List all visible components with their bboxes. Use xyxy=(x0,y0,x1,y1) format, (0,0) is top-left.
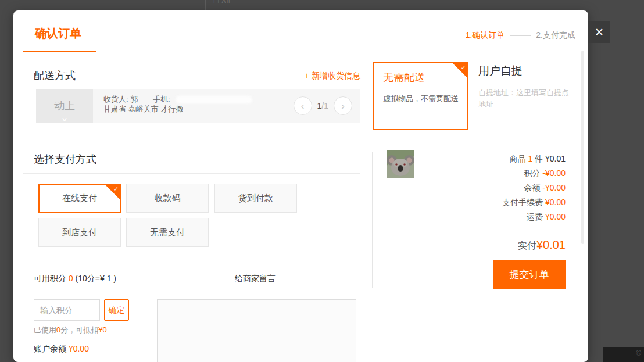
summary-fee-row: 余额 -¥0.00 xyxy=(502,181,566,195)
step-payment-complete: 2.支付完成 xyxy=(536,30,575,41)
delivery-option-desc: 虚拟物品，不需要配送 xyxy=(383,94,467,104)
order-summary: 商品 1 件 ¥0.01 积分 -¥0.00 余额 -¥0.00 支付手续费 ¥… xyxy=(502,152,566,224)
fee-label: 积分 xyxy=(524,169,540,178)
submit-order-button[interactable]: 提交订单 xyxy=(493,260,566,289)
total-line: 实付 ¥0.01 xyxy=(518,238,566,252)
step-connector xyxy=(510,35,531,36)
pagination-total: /1 xyxy=(321,101,328,110)
balance-label: 账户余额 xyxy=(34,344,66,353)
fee-amount: ¥0.00 xyxy=(545,212,566,221)
delivery-option-self-pickup[interactable]: 用户自提 自提地址：这里填写自提点地址 xyxy=(478,63,573,110)
chevron-right-icon: › xyxy=(341,101,345,111)
scrollbar-thumb[interactable] xyxy=(581,51,584,244)
prev-address-button[interactable]: ‹ xyxy=(294,96,312,115)
summary-fee-row: 运费 ¥0.00 xyxy=(502,210,566,224)
summary-item-row: 商品 1 件 ¥0.01 xyxy=(502,152,566,166)
merchant-message-label: 给商家留言 xyxy=(235,274,276,284)
address-tag: 动上 ∨ xyxy=(36,89,93,123)
available-points-line: 可用积分 0 (10分=¥ 1 ) xyxy=(34,274,116,284)
delivery-option-no-shipping[interactable]: 无需配送 虚拟物品，不需要配送 ✓ xyxy=(373,62,468,130)
points-used-line: 已使用0分，可抵扣¥0 xyxy=(34,325,107,335)
header-accent-underline xyxy=(23,51,96,52)
account-balance-line: 账户余额 ¥0.00 xyxy=(34,344,89,354)
chevron-down-icon: ∨ xyxy=(62,116,68,123)
points-input[interactable] xyxy=(34,299,100,321)
delivery-option-desc: 自提地址：这里填写自提点地址 xyxy=(478,87,573,110)
balance-amount: ¥0.00 xyxy=(69,344,89,353)
fee-amount: -¥0.00 xyxy=(542,169,566,178)
background-divider xyxy=(205,0,206,10)
payment-section-heading: 选择支付方式 xyxy=(34,152,96,166)
check-icon: ✓ xyxy=(461,64,466,71)
summary-fee-row: 支付手续费 ¥0.00 xyxy=(502,195,566,210)
payment-method-in-store[interactable]: 到店支付 xyxy=(38,218,121,247)
payment-method-online[interactable]: 在线支付 ✓ xyxy=(38,184,121,213)
points-confirm-button[interactable]: 确定 xyxy=(104,299,129,321)
total-amount: ¥0.01 xyxy=(536,238,566,252)
points-rate: (10分=¥ 1 ) xyxy=(76,274,116,283)
payment-method-qr-code[interactable]: 收款码 xyxy=(126,184,209,213)
fee-label: 支付手续费 xyxy=(502,198,543,207)
payment-section-divider xyxy=(23,173,360,174)
confirm-order-modal: 确认订单 1.确认订单 2.支付完成 配送方式 + 新增收货信息 动上 ∨ 收货… xyxy=(13,10,588,362)
page: ☐ All © 确认订单 1.确认订单 2.支付完成 配送方式 + 新增收货信息… xyxy=(0,0,644,362)
next-address-button[interactable]: › xyxy=(334,96,352,115)
checkbox-icon: ☐ xyxy=(213,0,220,5)
step-confirm-order: 1.确认订单 xyxy=(466,30,505,41)
item-unit: 件 xyxy=(535,154,543,163)
summary-fee-row: 积分 -¥0.00 xyxy=(502,166,566,181)
page-title: 确认订单 xyxy=(35,26,81,41)
phone-number-redacted xyxy=(176,96,252,103)
background-footer: © xyxy=(603,347,644,362)
pagination-indicator: 1/1 xyxy=(317,101,328,110)
phone-label: 手机: xyxy=(153,95,170,103)
points-label: 可用积分 xyxy=(34,274,66,283)
address-region: 甘肃省 嘉峪关市 才行撒 xyxy=(103,104,252,114)
delivery-section-heading: 配送方式 xyxy=(34,69,76,83)
fee-label: 余额 xyxy=(524,183,540,192)
fee-amount: -¥0.00 xyxy=(542,183,566,192)
delivery-option-title: 用户自提 xyxy=(478,63,573,78)
background-divider xyxy=(218,8,503,8)
receiver-label: 收货人: xyxy=(103,95,128,103)
address-tag-label: 动上 xyxy=(54,99,75,113)
header-divider xyxy=(23,52,575,52)
background-page-text: ☐ All xyxy=(213,0,231,5)
item-qty: 1 xyxy=(528,154,532,163)
payment-method-cod[interactable]: 货到付款 xyxy=(214,184,297,213)
address-card[interactable]: 动上 ∨ 收货人: 郭 手机: 甘肃省 嘉峪关市 才行撒 ‹ 1/1 › xyxy=(36,89,360,123)
receiver-name: 郭 xyxy=(130,95,138,103)
address-pagination: ‹ 1/1 › xyxy=(294,89,352,123)
chevron-left-icon: ‹ xyxy=(301,101,305,111)
item-label: 商品 xyxy=(509,154,525,163)
column-divider xyxy=(372,152,373,288)
copyright-icon: © xyxy=(636,349,641,357)
total-label: 实付 xyxy=(518,240,536,252)
close-button[interactable]: ✕ xyxy=(588,21,610,43)
bottom-section-divider xyxy=(23,268,360,268)
fee-label: 运费 xyxy=(527,212,543,221)
checkout-steps: 1.确认订单 2.支付完成 xyxy=(466,30,575,41)
close-icon: ✕ xyxy=(595,26,604,39)
points-value: 0 xyxy=(69,274,73,283)
points-used-amount: ¥0 xyxy=(98,325,106,334)
product-image xyxy=(387,150,414,178)
add-address-link[interactable]: + 新增收货信息 xyxy=(305,71,360,81)
fee-amount: ¥0.00 xyxy=(545,198,566,207)
address-info: 收货人: 郭 手机: 甘肃省 嘉峪关市 才行撒 xyxy=(93,89,252,123)
payment-method-none[interactable]: 无需支付 xyxy=(126,218,209,247)
merchant-message-textarea[interactable] xyxy=(157,299,356,362)
item-amount: ¥0.01 xyxy=(545,154,566,163)
check-icon: ✓ xyxy=(113,185,119,193)
summary-divider xyxy=(384,231,564,231)
